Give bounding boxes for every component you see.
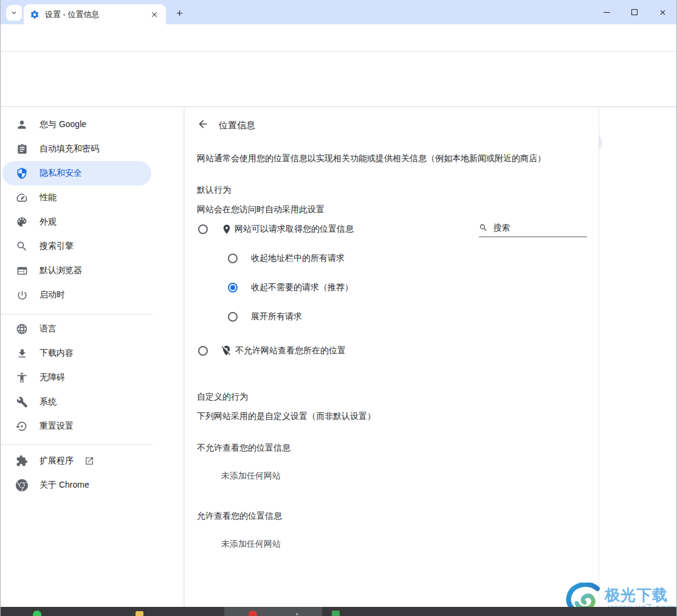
sidebar-divider bbox=[1, 314, 153, 314]
default-behavior-label: 默认行为 bbox=[197, 185, 231, 196]
autofill-icon bbox=[16, 143, 28, 155]
sidebar-item-label: 启动时 bbox=[40, 289, 65, 300]
sidebar-item-appearance[interactable]: 外观 bbox=[1, 210, 184, 234]
tab-strip: 设置 - 位置信息 bbox=[1, 0, 676, 24]
close-window-button[interactable] bbox=[648, 0, 676, 24]
radio-block[interactable] bbox=[198, 346, 208, 356]
open-in-new-icon bbox=[84, 456, 94, 466]
sub-option-row[interactable]: 收起地址栏中的所有请求 bbox=[228, 253, 345, 264]
shield-icon bbox=[16, 167, 28, 179]
intro-text: 网站通常会使用您的位置信息以实现相关功能或提供相关信息（例如本地新闻或附近的商店… bbox=[197, 153, 546, 164]
sub-option-label: 展开所有请求 bbox=[251, 311, 302, 322]
power-icon bbox=[16, 289, 28, 301]
sidebar-item-you-and-google[interactable]: 您与 Google bbox=[1, 112, 184, 137]
sidebar-item-about-chrome[interactable]: 关于 Chrome bbox=[1, 473, 184, 497]
location-pin-icon bbox=[221, 224, 232, 235]
speedometer-icon bbox=[16, 192, 28, 204]
subpage-search[interactable] bbox=[479, 223, 587, 237]
taskbar-app-icon[interactable] bbox=[249, 611, 257, 616]
sidebar-item-privacy-security[interactable]: 隐私和安全 bbox=[1, 161, 184, 185]
taskbar-app-icon[interactable] bbox=[296, 613, 298, 615]
sidebar-item-label: 搜索引擎 bbox=[40, 241, 74, 252]
sidebar-item-on-startup[interactable]: 启动时 bbox=[1, 283, 184, 307]
sidebar-item-label: 重置设置 bbox=[40, 421, 74, 432]
tab-title: 设置 - 位置信息 bbox=[45, 9, 149, 20]
taskbar bbox=[1, 607, 676, 616]
sidebar-item-extensions[interactable]: 扩展程序 bbox=[1, 449, 184, 473]
taskbar-active-app[interactable] bbox=[224, 607, 322, 616]
sidebar-item-label: 语言 bbox=[40, 324, 57, 334]
sidebar-item-label: 无障碍 bbox=[40, 372, 65, 383]
subpage-search-input[interactable] bbox=[492, 223, 574, 233]
puzzle-icon bbox=[16, 455, 28, 467]
maximize-button[interactable] bbox=[620, 0, 648, 24]
close-icon bbox=[659, 9, 667, 16]
sidebar-item-label: 下载内容 bbox=[40, 348, 74, 359]
chevron-down-icon bbox=[10, 9, 18, 17]
sidebar-item-system[interactable]: 系统 bbox=[1, 390, 184, 414]
new-tab-button[interactable] bbox=[172, 5, 187, 20]
page-title: 位置信息 bbox=[219, 120, 255, 131]
custom-behavior-label: 自定义的行为 bbox=[197, 392, 248, 403]
sidebar-item-downloads[interactable]: 下载内容 bbox=[1, 341, 184, 365]
minimize-button[interactable] bbox=[593, 0, 620, 24]
minimize-icon bbox=[603, 12, 610, 13]
globe-icon bbox=[16, 323, 28, 335]
sub-option-row[interactable]: 收起不需要的请求（推荐） bbox=[228, 282, 353, 293]
settings-sidebar: 您与 Google 自动填充和密码 隐私和安全 性能 外观 搜索引擎 bbox=[1, 107, 184, 608]
browser-window: 设置 - 位置信息 Chrome bbox=[0, 0, 677, 616]
browser-toolbar: Chrome chrome://settings/content/locatio… bbox=[1, 24, 676, 52]
sidebar-item-languages[interactable]: 语言 bbox=[1, 317, 184, 341]
back-button[interactable] bbox=[197, 118, 210, 131]
taskbar-app-icon[interactable] bbox=[136, 611, 143, 616]
sub-option-label: 收起地址栏中的所有请求 bbox=[251, 253, 345, 264]
sidebar-item-performance[interactable]: 性能 bbox=[1, 185, 184, 210]
person-icon bbox=[16, 119, 28, 131]
taskbar-app-icon[interactable] bbox=[332, 611, 340, 616]
radio-quiet-unwanted[interactable] bbox=[228, 283, 238, 292]
sub-option-row[interactable]: 展开所有请求 bbox=[228, 311, 302, 322]
radio-allow[interactable] bbox=[198, 224, 208, 234]
maximize-icon bbox=[631, 9, 637, 15]
sidebar-divider bbox=[1, 444, 153, 445]
palette-icon bbox=[16, 216, 28, 228]
settings-header: 设置 bbox=[1, 52, 676, 107]
sidebar-item-label: 性能 bbox=[40, 192, 57, 203]
sidebar-item-label: 默认浏览器 bbox=[40, 265, 82, 276]
sidebar-item-label: 扩展程序 bbox=[40, 455, 74, 466]
allowed-section-title: 允许查看您的位置信息 bbox=[197, 511, 282, 522]
taskbar-app-icon[interactable] bbox=[33, 611, 41, 616]
sidebar-item-reset[interactable]: 重置设置 bbox=[1, 414, 184, 438]
sidebar-item-default-browser[interactable]: 默认浏览器 bbox=[1, 258, 184, 283]
sidebar-item-label: 系统 bbox=[40, 396, 57, 407]
option-allow-label: 网站可以请求取得您的位置信息 bbox=[235, 224, 354, 235]
sub-option-label: 收起不需要的请求（推荐） bbox=[251, 282, 353, 293]
option-allow-row[interactable]: 网站可以请求取得您的位置信息 bbox=[198, 224, 354, 235]
allowed-empty-text: 未添加任何网站 bbox=[221, 539, 281, 550]
location-off-icon bbox=[221, 345, 232, 356]
blocked-empty-text: 未添加任何网站 bbox=[221, 471, 281, 482]
option-block-row[interactable]: 不允许网站查看您所在的位置 bbox=[198, 345, 346, 356]
custom-behavior-subtitle: 下列网站采用的是自定义设置（而非默认设置） bbox=[197, 411, 376, 422]
option-block-label: 不允许网站查看您所在的位置 bbox=[235, 345, 346, 356]
gear-icon bbox=[30, 10, 40, 19]
search-icon bbox=[16, 240, 28, 252]
search-icon bbox=[479, 223, 488, 232]
sidebar-item-label: 外观 bbox=[40, 216, 57, 227]
sidebar-item-label: 隐私和安全 bbox=[40, 168, 82, 179]
window-controls bbox=[593, 0, 676, 24]
browser-icon bbox=[16, 265, 28, 277]
radio-quiet-address-bar[interactable] bbox=[228, 254, 238, 263]
sidebar-item-label: 您与 Google bbox=[40, 119, 86, 130]
sidebar-item-search-engine[interactable]: 搜索引擎 bbox=[1, 234, 184, 258]
accessibility-icon bbox=[16, 372, 28, 384]
sidebar-item-autofill[interactable]: 自动填充和密码 bbox=[1, 137, 184, 161]
radio-loud-all[interactable] bbox=[228, 312, 238, 322]
chromium-icon bbox=[16, 479, 28, 491]
sidebar-item-accessibility[interactable]: 无障碍 bbox=[1, 365, 184, 390]
location-settings-panel: 位置信息 网站通常会使用您的位置信息以实现相关功能或提供相关信息（例如本地新闻或… bbox=[184, 107, 599, 608]
tab-settings[interactable]: 设置 - 位置信息 bbox=[24, 4, 166, 24]
sidebar-item-label: 自动填充和密码 bbox=[40, 144, 99, 154]
tab-close-button[interactable] bbox=[149, 9, 160, 20]
tab-search-button[interactable] bbox=[6, 5, 22, 21]
